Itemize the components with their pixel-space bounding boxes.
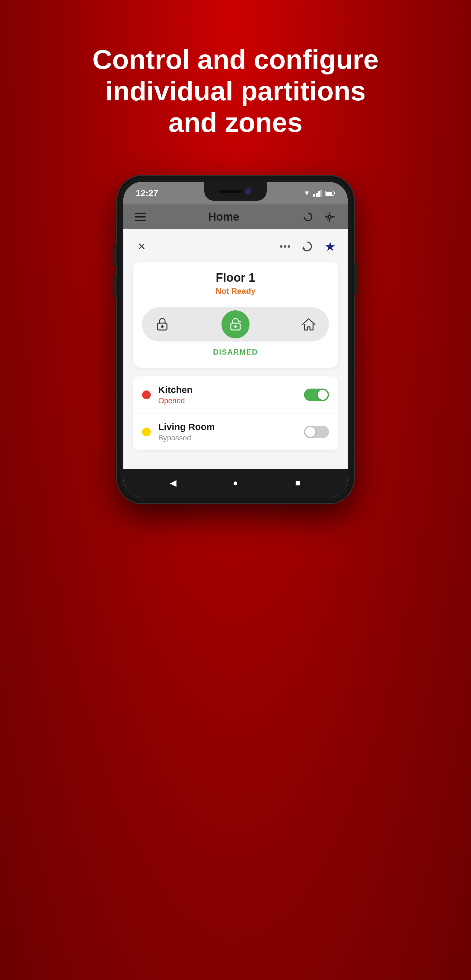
- arm-state-label: DISARMED: [142, 348, 329, 356]
- zone-list: Kitchen Opened Living Room Bypassed: [133, 376, 338, 450]
- partition-status: Not Ready: [142, 286, 329, 296]
- hamburger-menu-button[interactable]: [135, 213, 146, 221]
- battery-icon: [325, 190, 335, 196]
- close-button[interactable]: ×: [134, 239, 150, 254]
- svg-rect-11: [329, 213, 330, 215]
- svg-point-24: [234, 325, 237, 328]
- zone-toggle-kitchen[interactable]: [304, 388, 329, 401]
- zone-info-livingroom: Living Room Bypassed: [158, 422, 296, 442]
- svg-rect-0: [313, 194, 315, 197]
- app-content: × ••• ★: [123, 229, 348, 469]
- wifi-icon: ▼: [303, 189, 310, 197]
- notch: [204, 182, 267, 200]
- app-title: Home: [208, 210, 239, 223]
- notch-camera: [245, 188, 251, 194]
- toggle-knob-kitchen: [318, 390, 328, 400]
- svg-rect-3: [320, 190, 322, 197]
- zone-indicator-kitchen: [142, 390, 151, 399]
- headline-text: Control and configure individual partiti…: [61, 44, 410, 138]
- svg-rect-5: [334, 192, 335, 194]
- more-button[interactable]: •••: [278, 240, 292, 253]
- app-header: Home: [123, 204, 348, 229]
- zone-state-kitchen: Opened: [158, 396, 296, 405]
- zone-name-livingroom: Living Room: [158, 422, 296, 432]
- arm-away-button[interactable]: [148, 310, 176, 339]
- zone-name-kitchen: Kitchen: [158, 385, 296, 395]
- svg-marker-19: [302, 247, 305, 249]
- toolbar-row: × ••• ★: [133, 239, 338, 254]
- partition-card: Floor 1 Not Ready: [133, 262, 338, 368]
- refresh-button[interactable]: [301, 240, 315, 253]
- header-actions: [302, 210, 336, 224]
- status-time: 12:27: [136, 188, 158, 198]
- status-icons: ▼: [303, 189, 335, 197]
- zone-info-kitchen: Kitchen Opened: [158, 385, 296, 405]
- phone-screen: 12:27 ▼: [123, 182, 348, 497]
- favorite-button[interactable]: ★: [323, 240, 337, 253]
- zone-toggle-livingroom[interactable]: [304, 426, 329, 438]
- header-refresh-button[interactable]: [302, 210, 315, 224]
- status-bar: 12:27 ▼: [123, 182, 348, 204]
- nav-back-button[interactable]: ◀: [164, 474, 183, 492]
- nav-home-button[interactable]: ●: [226, 474, 245, 492]
- zone-state-livingroom: Bypassed: [158, 433, 296, 442]
- svg-rect-12: [329, 220, 330, 221]
- arm-selector: [142, 307, 329, 342]
- svg-marker-7: [303, 217, 306, 220]
- notch-speaker: [220, 190, 242, 193]
- svg-point-10: [328, 215, 331, 218]
- nav-recent-button[interactable]: ■: [288, 474, 307, 492]
- arm-disarmed-button[interactable]: [221, 310, 250, 339]
- toggle-knob-livingroom: [305, 427, 315, 437]
- partition-name: Floor 1: [142, 271, 329, 285]
- zone-item-kitchen: Kitchen Opened: [133, 376, 338, 414]
- toolbar-actions: ••• ★: [278, 240, 337, 253]
- svg-rect-2: [318, 191, 320, 197]
- phone-device: 12:27 ▼: [117, 176, 354, 503]
- svg-rect-1: [316, 193, 318, 197]
- nav-bar: ◀ ● ■: [123, 469, 348, 497]
- arm-stay-button[interactable]: [295, 310, 323, 339]
- header-settings-button[interactable]: [323, 210, 336, 224]
- zone-item-livingroom: Living Room Bypassed: [133, 414, 338, 450]
- svg-point-21: [161, 325, 164, 328]
- svg-rect-6: [326, 192, 332, 195]
- zone-indicator-livingroom: [142, 428, 151, 436]
- signal-icon: [313, 190, 322, 197]
